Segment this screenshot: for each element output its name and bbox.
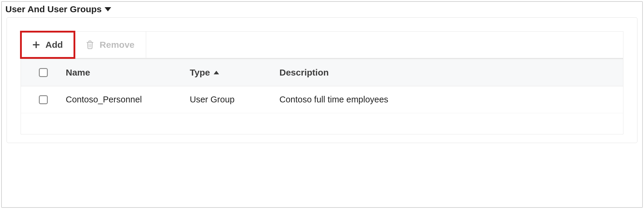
toolbar-spacer	[146, 32, 623, 58]
row-type: User Group	[190, 95, 279, 105]
svg-line-4	[91, 44, 91, 47]
row-name: Contoso_Personnel	[66, 95, 190, 105]
column-header-type[interactable]: Type	[190, 67, 279, 78]
panel-title: User And User Groups	[5, 4, 102, 14]
trash-icon	[86, 40, 94, 49]
table-header-row: Name Type Description	[21, 59, 623, 86]
svg-marker-0	[105, 7, 111, 11]
svg-marker-5	[214, 71, 219, 74]
row-checkbox[interactable]	[39, 95, 48, 104]
row-checkbox-cell	[21, 95, 66, 104]
table-body: Contoso_Personnel User Group Contoso ful…	[21, 86, 623, 134]
toolbar: Add Remove	[21, 31, 623, 59]
add-button[interactable]: Add	[21, 32, 74, 58]
plus-icon	[32, 41, 40, 49]
chevron-down-icon	[105, 7, 111, 11]
remove-button-label: Remove	[100, 40, 134, 50]
svg-line-3	[89, 44, 89, 47]
inner-container: Add Remove	[7, 17, 637, 143]
panel-container: User And User Groups Add	[1, 1, 643, 208]
select-all-checkbox[interactable]	[39, 68, 48, 77]
table-row[interactable]: Contoso_Personnel User Group Contoso ful…	[21, 86, 623, 113]
column-header-description[interactable]: Description	[279, 67, 623, 78]
add-button-label: Add	[45, 40, 63, 50]
column-header-description-label: Description	[279, 67, 329, 78]
column-header-name[interactable]: Name	[66, 67, 190, 78]
sort-asc-icon	[214, 71, 219, 74]
column-header-name-label: Name	[66, 67, 90, 78]
column-header-type-label: Type	[190, 67, 210, 78]
remove-button: Remove	[74, 32, 146, 58]
row-description: Contoso full time employees	[279, 95, 623, 105]
header-checkbox-cell	[21, 68, 66, 77]
panel-header[interactable]: User And User Groups	[2, 2, 642, 16]
table: Name Type Description	[21, 59, 623, 134]
